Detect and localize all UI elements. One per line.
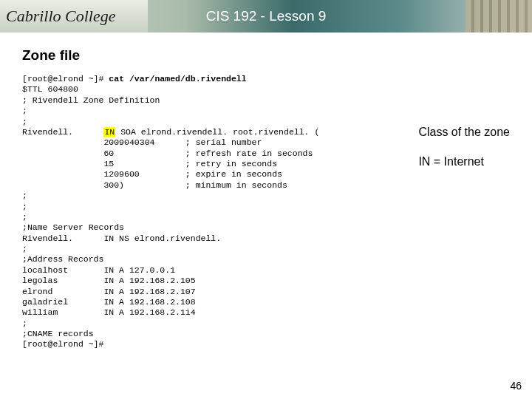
semicolon: ; [22,202,27,211]
prompt: [root@elrond ~]# [22,74,109,83]
soa-minimum: 300) ; minimum in seconds [22,180,287,190]
ns-record: Rivendell. IN NS elrond.rivendell. [22,233,221,243]
college-logo-text: Cabrillo College [6,7,116,26]
ns-comment: ;Name Server Records [22,222,124,232]
soa-refresh: 60 ; refresh rate in seconds [22,149,313,158]
semicolon: ; [22,117,27,126]
soa-expire: 1209600 ; expire in seconds [22,169,282,179]
a-record: william IN A 192.168.2.114 [22,307,196,317]
ttl-line: $TTL 604800 [22,84,78,94]
soa-serial: 2009040304 ; serial number [22,137,262,147]
annotation-block: Class of the zone IN = Internet [418,126,510,168]
zone-def-comment: ; Rivendell Zone Definition [22,95,160,105]
content-area: Zone file [root@elrond ~]# cat /var/name… [0,33,532,350]
semicolon: ; [22,212,27,222]
a-record: legolas IN A 192.168.2.105 [22,276,196,285]
page-number: 46 [510,380,522,392]
addr-comment: ;Address Records [22,254,103,264]
semicolon: ; [22,191,27,200]
soa-retry: 15 ; retry in seconds [22,159,277,168]
semicolon: ; [22,244,27,253]
a-record: galadriel IN A 192.168.2.108 [22,297,196,307]
annotation-class-of-zone: Class of the zone [418,126,510,139]
semicolon: ; [22,106,27,115]
cname-comment: ;CNAME records [22,329,94,338]
prompt: [root@elrond ~]# [22,339,103,349]
command-text: cat /var/named/db.rivendell [109,74,246,83]
class-in-highlight: IN [103,127,115,137]
origin: Rivendell. [22,127,73,137]
semicolon: ; [22,318,27,328]
slide-title: CIS 192 - Lesson 9 [206,8,327,24]
logo-area: Cabrillo College [0,0,148,33]
soa-rest: SOA elrond.rivendell. root.rivendell. ( [115,127,319,137]
pillars-image [466,0,532,33]
terminal-output: [root@elrond ~]# cat /var/named/db.riven… [22,74,510,350]
annotation-in-internet: IN = Internet [418,155,510,168]
section-heading: Zone file [22,47,510,64]
title-bar: Cabrillo College CIS 192 - Lesson 9 [0,0,532,33]
a-record: elrond IN A 192.168.2.107 [22,287,196,296]
a-record: localhost IN A 127.0.0.1 [22,265,175,275]
